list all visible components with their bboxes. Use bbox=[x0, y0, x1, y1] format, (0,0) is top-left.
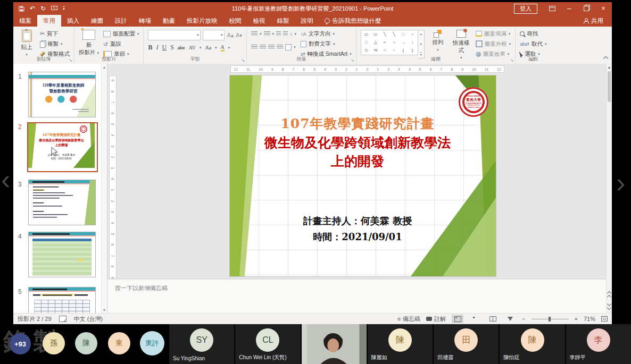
avatar-dong[interactable]: 東 bbox=[108, 332, 130, 354]
zoom-out-button[interactable]: − bbox=[522, 316, 525, 322]
redo-icon[interactable]: ↻ bbox=[40, 5, 46, 12]
arrange-button[interactable]: 排列▾ bbox=[429, 30, 447, 52]
notes-pane[interactable]: 按一下以新增備忘稿 bbox=[107, 280, 607, 314]
slide-sorter-view-button[interactable] bbox=[469, 315, 481, 323]
tab-review[interactable]: 校閱 bbox=[223, 15, 247, 27]
columns-icon[interactable] bbox=[285, 44, 292, 50]
slide-date-text[interactable]: 時間：2021/09/01 bbox=[251, 231, 464, 243]
zoom-level[interactable]: 71% bbox=[584, 316, 595, 322]
replace-button[interactable]: ab⇄取代▾ bbox=[520, 40, 546, 48]
thumbnail-slide-1[interactable]: 110學年度暑期新進教師 暨創新教學研習 bbox=[28, 72, 96, 117]
slideshow-view-button[interactable] bbox=[504, 315, 516, 323]
shape-icon[interactable]: □ bbox=[402, 32, 404, 37]
shape-gallery-scrollbar[interactable]: ▴▾▾ bbox=[418, 30, 425, 58]
thumbnail-slide-4[interactable] bbox=[28, 232, 96, 277]
shape-icon[interactable]: ▭ bbox=[373, 32, 378, 37]
reset-button[interactable]: ↺重設 bbox=[103, 40, 139, 48]
strikethrough-button[interactable]: abc bbox=[178, 45, 185, 50]
participant-video-tile[interactable] bbox=[302, 324, 367, 364]
next-slide-button[interactable] bbox=[607, 302, 612, 310]
char-spacing-button[interactable]: AV bbox=[189, 45, 196, 50]
ribbon-display-options-button[interactable] bbox=[544, 2, 561, 15]
thumbnail-slide-2-selected[interactable]: 107年教學實踐研究計畫 微生物及化學跨領域創新教學法 上的開發 計畫主持人：何… bbox=[27, 122, 98, 172]
comments-button[interactable]: 註解 bbox=[426, 315, 446, 323]
zoom-slider-thumb[interactable] bbox=[549, 317, 551, 321]
meeting-next-arrow-icon[interactable]: › bbox=[616, 169, 625, 197]
tab-insert[interactable]: 插入 bbox=[61, 15, 85, 27]
avatar-dong-xu[interactable]: 東許 bbox=[140, 331, 164, 355]
shape-icon[interactable]: ∩ bbox=[383, 48, 386, 53]
editor-vertical-scrollbar[interactable]: ▲ bbox=[606, 64, 612, 314]
line-spacing-icon[interactable]: ↕ bbox=[290, 31, 293, 37]
overflow-participants-badge[interactable]: +93 bbox=[10, 333, 31, 354]
shape-icon[interactable]: ╲ bbox=[393, 32, 395, 37]
zoom-in-button[interactable]: + bbox=[575, 316, 578, 322]
fit-to-window-icon[interactable] bbox=[601, 316, 608, 321]
slide-presenter-text[interactable]: 計畫主持人：何美霖 教授 bbox=[251, 215, 464, 227]
sign-in-button[interactable]: 登入 bbox=[514, 4, 537, 14]
tab-animations[interactable]: 動畫 bbox=[157, 15, 181, 27]
notes-placeholder[interactable]: 按一下以新增備忘稿 bbox=[115, 284, 168, 292]
meeting-prev-arrow-icon[interactable]: ‹ bbox=[1, 166, 10, 193]
align-center-icon[interactable] bbox=[260, 45, 266, 49]
clipboard-dialog-launcher[interactable]: ↘ bbox=[69, 58, 72, 63]
participant-tile[interactable]: 陳 陳麗如 bbox=[368, 324, 433, 364]
shape-icon[interactable]: { bbox=[402, 48, 404, 53]
font-dialog-launcher[interactable]: ↘ bbox=[241, 58, 245, 63]
justify-icon[interactable] bbox=[277, 45, 283, 49]
thumb-scroll-down-icon[interactable]: ▼ bbox=[102, 308, 107, 312]
shape-icon[interactable]: □ bbox=[365, 40, 368, 45]
scroll-up-icon[interactable]: ▲ bbox=[607, 65, 612, 69]
thumb-scroll-up-icon[interactable]: ▲ bbox=[102, 65, 107, 69]
thumbnail-scrollbar[interactable]: ▲ ▼ bbox=[101, 64, 107, 314]
slide-title-red-line2[interactable]: 上的開發 bbox=[251, 153, 464, 170]
shape-outline-button[interactable]: 圖案外框▾ bbox=[476, 40, 511, 48]
tab-design[interactable]: 設計 bbox=[109, 15, 133, 27]
shadow-button[interactable]: S bbox=[170, 44, 174, 52]
shape-icon[interactable]: ◇ bbox=[364, 48, 368, 53]
shape-icon[interactable]: ↓ bbox=[411, 40, 413, 45]
participant-tile[interactable]: 陳 陳怡廷 bbox=[500, 324, 564, 364]
undo-icon[interactable]: ↶ bbox=[30, 5, 35, 12]
shape-icon[interactable]: ⌐ bbox=[384, 40, 386, 45]
highlight-button[interactable]: A bbox=[221, 44, 225, 52]
shape-icon[interactable]: → bbox=[401, 40, 405, 45]
numbering-icon[interactable] bbox=[264, 31, 270, 36]
shape-gallery[interactable]: ▭▭╲╲□○□△⌐¬→↓◇%∩~{} bbox=[361, 30, 418, 55]
cut-button[interactable]: ✂剪下 bbox=[40, 30, 70, 38]
normal-view-button[interactable] bbox=[452, 315, 463, 323]
align-right-icon[interactable] bbox=[268, 45, 275, 49]
minimize-button[interactable] bbox=[561, 2, 578, 15]
shape-icon[interactable]: ▭ bbox=[364, 32, 369, 37]
collapse-ribbon-icon[interactable] bbox=[603, 56, 609, 62]
participant-tile[interactable]: 李 李靜平 bbox=[566, 324, 631, 364]
shape-fill-button[interactable]: 圖案填滿▾ bbox=[476, 30, 511, 38]
shape-icon[interactable]: ╲ bbox=[384, 32, 386, 37]
close-button[interactable]: × bbox=[595, 2, 612, 15]
copy-button[interactable]: 複製▾ bbox=[40, 40, 70, 48]
find-button[interactable]: 尋找 bbox=[520, 30, 546, 38]
restore-button[interactable] bbox=[578, 2, 595, 15]
tell-me-box[interactable]: 告訴我您想做什麼 bbox=[319, 15, 387, 27]
slide-title-red-line1[interactable]: 微生物及化學跨領域創新教學法 bbox=[251, 134, 464, 151]
tab-slideshow[interactable]: 投影片放映 bbox=[181, 15, 223, 27]
tab-file[interactable]: 檔案 bbox=[13, 15, 37, 27]
text-direction-button[interactable]: ↕A文字方向▾ bbox=[301, 30, 352, 38]
spellcheck-icon[interactable] bbox=[59, 316, 67, 322]
thumbnail-slide-5[interactable] bbox=[28, 287, 96, 314]
zoom-slider[interactable] bbox=[532, 319, 569, 319]
previous-slide-button[interactable] bbox=[607, 291, 612, 300]
tab-home[interactable]: 常用 bbox=[37, 15, 61, 27]
increase-indent-icon[interactable] bbox=[283, 31, 288, 36]
participant-tile[interactable]: 田 田禮霞 bbox=[434, 324, 499, 364]
bold-button[interactable]: B bbox=[148, 44, 152, 52]
thumbnail-slide-3[interactable] bbox=[28, 180, 96, 225]
slide-title-orange[interactable]: 107年教學實踐研究計畫 bbox=[251, 115, 464, 132]
align-text-button[interactable]: 對齊文字▾ bbox=[301, 40, 352, 48]
decrease-indent-icon[interactable] bbox=[276, 31, 281, 36]
shape-icon[interactable]: % bbox=[373, 48, 377, 53]
participant-tile[interactable]: SY Su YingShian bbox=[169, 324, 234, 364]
participant-tile[interactable]: CL Chun Wei Lin (天賢) bbox=[235, 324, 300, 364]
scrollbar-thumb[interactable] bbox=[608, 71, 611, 102]
avatar-sun[interactable]: 孫 bbox=[43, 332, 65, 354]
